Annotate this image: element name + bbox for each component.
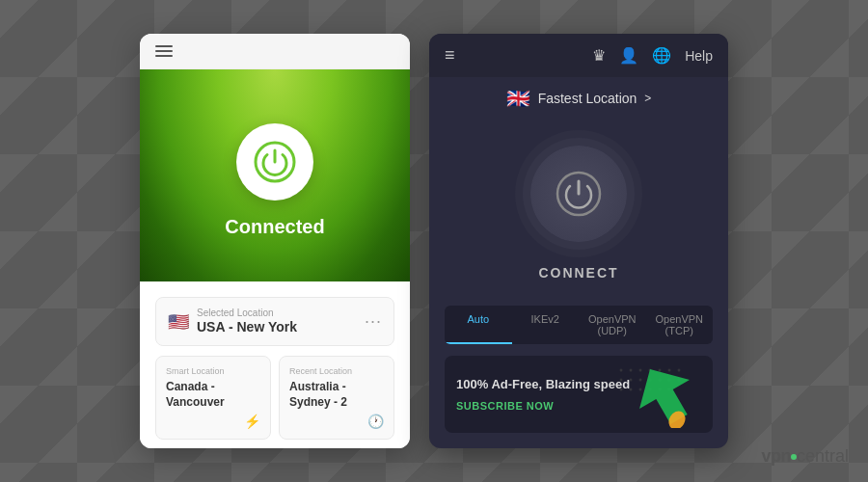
brand-central: central — [797, 446, 849, 467]
connect-label: CONNECT — [538, 265, 618, 281]
location-info: 🇺🇸 Selected Location USA - New York — [168, 308, 297, 335]
brand-text: vpn central — [761, 446, 849, 467]
svg-marker-22 — [625, 361, 698, 428]
smart-location-label: Smart Location — [166, 366, 260, 376]
clock-icon: 🕐 — [367, 414, 384, 429]
left-bottom-section: 🇺🇸 Selected Location USA - New York ··· … — [140, 281, 410, 448]
uk-flag: 🇬🇧 — [506, 87, 530, 110]
location-cards: Smart Location Canada - Vancouver ⚡ Rece… — [155, 356, 394, 440]
connected-hero: Connected — [140, 69, 410, 281]
recent-location-name: Australia - Sydney - 2 — [289, 380, 384, 410]
chevron-right-icon: > — [644, 92, 651, 105]
power-icon — [254, 141, 296, 183]
crown-icon[interactable]: ♛ — [592, 46, 606, 65]
svg-point-7 — [668, 369, 671, 372]
selected-location-label: Selected Location — [197, 308, 297, 318]
brand-vpn: vpn — [761, 446, 791, 467]
svg-point-6 — [659, 369, 662, 372]
smart-location-card[interactable]: Smart Location Canada - Vancouver ⚡ — [155, 356, 271, 440]
svg-point-2 — [620, 369, 623, 372]
fastest-location-text: Fastest Location — [538, 91, 637, 106]
tab-ikev2[interactable]: IKEv2 — [512, 306, 580, 344]
power-button-disconnected[interactable] — [530, 146, 627, 242]
menu-icon[interactable] — [155, 45, 173, 57]
right-panel: ≡ ♛ 👤 🌐 Help 🇬🇧 Fastest Location > — [429, 34, 728, 448]
svg-point-11 — [639, 379, 642, 382]
selected-location-name: USA - New York — [197, 319, 297, 335]
fastest-location-selector[interactable]: 🇬🇧 Fastest Location > — [429, 77, 728, 120]
vpncentral-branding: vpn central — [761, 446, 849, 467]
left-header — [140, 34, 410, 69]
more-options-icon[interactable]: ··· — [365, 311, 382, 332]
globe-icon[interactable]: 🌐 — [652, 46, 671, 65]
selected-location-card[interactable]: 🇺🇸 Selected Location USA - New York ··· — [155, 297, 394, 346]
user-icon[interactable]: 👤 — [619, 46, 638, 65]
help-link[interactable]: Help — [685, 48, 713, 64]
main-container: Connected 🇺🇸 Selected Location USA - New… — [140, 34, 728, 448]
tab-auto[interactable]: Auto — [445, 306, 512, 344]
location-details: Selected Location USA - New York — [197, 308, 297, 335]
promo-graphic — [597, 356, 713, 433]
lightning-icon: ⚡ — [244, 414, 260, 429]
smart-location-name: Canada - Vancouver — [166, 380, 260, 410]
svg-point-10 — [630, 379, 633, 382]
power-icon-right — [555, 170, 603, 218]
header-icons: ♛ 👤 🌐 Help — [592, 46, 713, 65]
svg-point-3 — [630, 369, 633, 372]
right-header: ≡ ♛ 👤 🌐 Help — [429, 34, 728, 77]
power-button-connected[interactable] — [236, 123, 313, 201]
svg-point-16 — [620, 388, 623, 391]
tab-openvpn-tcp[interactable]: OpenVPN (TCP) — [646, 306, 714, 344]
connection-status: Connected — [225, 216, 324, 238]
recent-location-label: Recent Location — [289, 366, 384, 376]
rocket-illustration — [611, 361, 698, 428]
svg-point-17 — [630, 388, 633, 391]
right-header-left: ≡ — [445, 45, 455, 66]
svg-point-4 — [639, 369, 642, 372]
tab-openvpn-udp[interactable]: OpenVPN (UDP) — [579, 306, 646, 344]
promo-banner: 100% Ad-Free, Blazing speed SUBSCRIBE NO… — [445, 356, 713, 433]
svg-point-18 — [639, 388, 642, 391]
svg-point-9 — [620, 379, 623, 382]
recent-location-card[interactable]: Recent Location Australia - Sydney - 2 🕐 — [279, 356, 394, 440]
left-panel: Connected 🇺🇸 Selected Location USA - New… — [140, 34, 410, 448]
us-flag: 🇺🇸 — [168, 311, 189, 333]
list-icon[interactable]: ≡ — [445, 45, 455, 66]
protocol-tabs: Auto IKEv2 OpenVPN (UDP) OpenVPN (TCP) — [445, 306, 713, 344]
svg-point-8 — [678, 369, 681, 372]
disconnect-hero: CONNECT — [429, 120, 728, 306]
